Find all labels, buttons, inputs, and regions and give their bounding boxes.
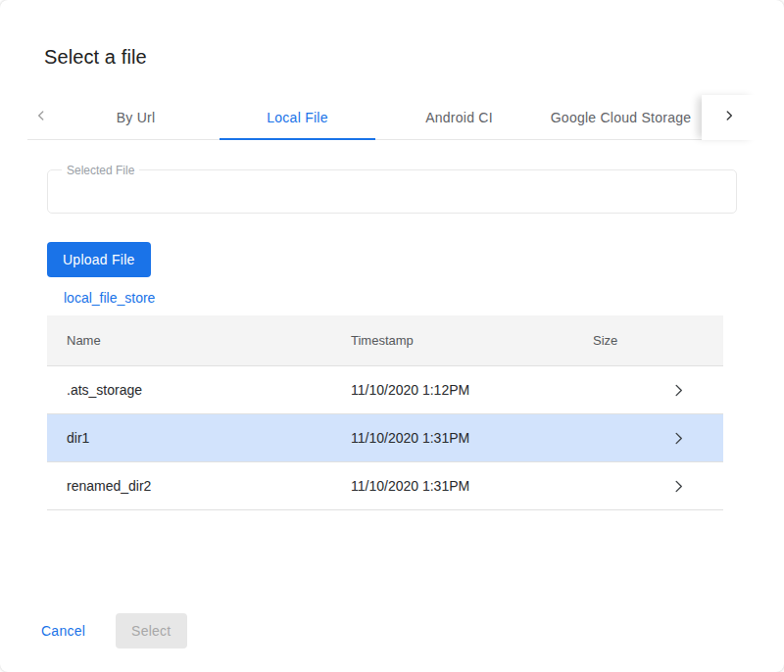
- chevron-right-icon: [722, 109, 736, 126]
- timestamp-cell: 11/10/2020 1:12PM: [351, 382, 593, 398]
- timestamp-cell: 11/10/2020 1:31PM: [351, 478, 593, 494]
- select-file-dialog: Select a file By UrlLocal FileAndroid CI…: [0, 0, 784, 672]
- row-chevron-right-icon[interactable]: [633, 477, 723, 496]
- chevron-left-icon: [34, 109, 48, 126]
- upload-file-button[interactable]: Upload File: [47, 242, 151, 277]
- cancel-button[interactable]: Cancel: [25, 613, 101, 648]
- tab-local-file[interactable]: Local File: [217, 95, 378, 139]
- timestamp-cell: 11/10/2020 1:31PM: [351, 430, 593, 446]
- select-button[interactable]: Select: [116, 613, 186, 648]
- table-row[interactable]: dir111/10/2020 1:31PM: [47, 414, 723, 462]
- file-name-cell: renamed_dir2: [47, 478, 351, 494]
- file-table: Name Timestamp Size .ats_storage11/10/20…: [47, 315, 723, 510]
- file-table-body: .ats_storage11/10/2020 1:12PMdir111/10/2…: [47, 366, 723, 510]
- selected-file-field[interactable]: Selected File: [47, 169, 737, 214]
- table-row[interactable]: renamed_dir211/10/2020 1:31PM: [47, 462, 723, 510]
- column-header-name: Name: [47, 333, 351, 348]
- file-name-cell: .ats_storage: [47, 382, 351, 398]
- tab-panel-local-file: Selected File Upload File local_file_sto…: [0, 140, 784, 510]
- row-chevron-right-icon[interactable]: [633, 429, 723, 448]
- column-header-size: Size: [593, 333, 633, 348]
- tab-list: By UrlLocal FileAndroid CIGoogle Cloud S…: [55, 95, 702, 140]
- selected-file-input[interactable]: [48, 170, 736, 213]
- tabs-scroll-right-button[interactable]: [702, 95, 757, 140]
- column-header-timestamp: Timestamp: [351, 333, 593, 348]
- local-file-store-link[interactable]: local_file_store: [64, 290, 155, 306]
- row-chevron-right-icon[interactable]: [633, 381, 723, 400]
- selected-file-field-label: Selected File: [62, 164, 139, 177]
- file-table-header: Name Timestamp Size: [47, 315, 723, 366]
- tab-by-url[interactable]: By Url: [55, 95, 217, 139]
- table-row[interactable]: .ats_storage11/10/2020 1:12PM: [47, 366, 723, 414]
- dialog-footer: Cancel Select: [0, 613, 784, 672]
- tab-bar: By UrlLocal FileAndroid CIGoogle Cloud S…: [27, 95, 757, 140]
- tabs-scroll-left-button[interactable]: [27, 95, 55, 140]
- file-name-cell: dir1: [47, 430, 351, 446]
- tab-google-cloud-storage[interactable]: Google Cloud Storage: [540, 95, 702, 139]
- tab-android-ci[interactable]: Android CI: [378, 95, 540, 139]
- dialog-title: Select a file: [44, 45, 784, 69]
